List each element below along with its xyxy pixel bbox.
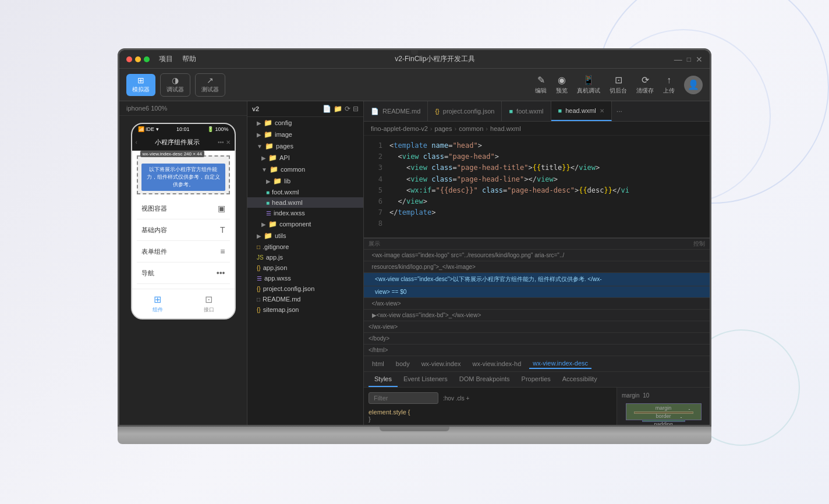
phone-nav-api[interactable]: ⊡ 接口 bbox=[204, 294, 214, 314]
win-min-btn[interactable] bbox=[135, 56, 141, 62]
tab-project-config[interactable]: {} project.config.json bbox=[428, 101, 502, 121]
phone-list-item-3[interactable]: 导航 ••• bbox=[137, 262, 230, 284]
phone-highlight-label: wx-view.index-desc 240 × 44 bbox=[140, 151, 205, 157]
phone-list-icon-1: T bbox=[220, 225, 225, 235]
phone-list-item-0[interactable]: 视图容器 ▣ bbox=[137, 198, 230, 219]
file-head-wxml-icon: ■ bbox=[266, 200, 270, 206]
tab-more-btn[interactable]: ··· bbox=[612, 101, 627, 121]
tree-item-api[interactable]: ▶ 📁 API bbox=[247, 152, 363, 164]
user-avatar[interactable]: 👤 bbox=[684, 76, 703, 94]
tree-item-project-config[interactable]: {} project.config.json bbox=[247, 283, 363, 294]
html-line-3[interactable]: <wx-view class="index-desc">以下将展示小程序官方组件… bbox=[364, 273, 710, 286]
devtools-panel-title-2: 控制 bbox=[693, 240, 705, 248]
maximize-icon[interactable]: □ bbox=[687, 55, 691, 63]
phone-nav-components-icon: ⊞ bbox=[154, 294, 161, 305]
minimize-icon[interactable]: — bbox=[674, 55, 682, 64]
styles-filter-input[interactable] bbox=[369, 392, 438, 404]
action-preview[interactable]: ◉ 预览 bbox=[556, 74, 568, 95]
devtools-tag-wx-view-index-hd[interactable]: wx-view.index-hd bbox=[469, 359, 525, 368]
breadcrumb-sep-2: › bbox=[455, 125, 457, 132]
clear-cache-label: 清缓存 bbox=[636, 87, 654, 95]
win-max-btn[interactable] bbox=[144, 56, 150, 62]
phone-nav-api-label: 接口 bbox=[204, 306, 214, 314]
html-line-4[interactable]: view> == $0 bbox=[364, 286, 710, 298]
tree-item-readme[interactable]: □ README.md bbox=[247, 294, 363, 304]
tree-item-app-js[interactable]: JS app.js bbox=[247, 252, 363, 262]
phone-list-label-0: 视图容器 bbox=[141, 204, 167, 213]
folder-new-btn[interactable]: 📁 bbox=[334, 105, 342, 113]
devtools-tag-wx-view-index-desc[interactable]: wx-view.index-desc bbox=[529, 359, 591, 369]
tab-project-config-icon: {} bbox=[435, 108, 439, 115]
toolbar-btn-simulator[interactable]: ⊞ 模拟器 bbox=[126, 74, 155, 96]
tab-readme[interactable]: 📄 README.md bbox=[364, 101, 428, 121]
file-collapse-btn[interactable]: ⊟ bbox=[353, 105, 359, 113]
tree-item-utils[interactable]: ▶ 📁 utils bbox=[247, 230, 363, 242]
phone-nav-components-label: 组件 bbox=[153, 306, 163, 314]
action-clear-cache[interactable]: ⟳ 清缓存 bbox=[636, 74, 654, 95]
tester-label: 测试器 bbox=[201, 86, 219, 94]
menu-project[interactable]: 项目 bbox=[159, 54, 173, 64]
chevron-icon: ▶ bbox=[266, 178, 271, 184]
tree-item-app-wxss[interactable]: ☰ app.wxss bbox=[247, 273, 363, 283]
tree-item-readme-label: README.md bbox=[263, 296, 300, 303]
menu-help[interactable]: 帮助 bbox=[182, 54, 196, 64]
box-padding-val: - bbox=[681, 414, 682, 420]
tab-head-wxml[interactable]: ■ head.wxml ✕ bbox=[551, 101, 612, 121]
devtools-tag-body[interactable]: body bbox=[392, 359, 413, 368]
action-upload[interactable]: ↑ 上传 bbox=[663, 75, 675, 95]
tree-item-sitemap[interactable]: {} sitemap.json bbox=[247, 304, 363, 315]
close-icon[interactable]: ✕ bbox=[696, 55, 703, 64]
file-new-btn[interactable]: 📄 bbox=[323, 105, 331, 113]
edit-icon: ✎ bbox=[537, 74, 545, 86]
action-edit[interactable]: ✎ 编辑 bbox=[535, 74, 547, 95]
phone-list-item-2[interactable]: 表单组件 ≡ bbox=[137, 241, 230, 262]
devtools-tag-wx-view-index[interactable]: wx-view.index bbox=[418, 359, 465, 368]
tree-item-common[interactable]: ▼ 📁 common bbox=[247, 164, 363, 175]
tree-item-lib[interactable]: ▶ 📁 lib bbox=[247, 175, 363, 187]
edit-label: 编辑 bbox=[535, 87, 547, 95]
devtools-tab-accessibility[interactable]: Accessibility bbox=[557, 372, 603, 387]
win-close-btn[interactable] bbox=[126, 56, 132, 62]
phone-signal: 📶 IDE ▾ bbox=[138, 126, 159, 132]
tab-project-config-label: project.config.json bbox=[443, 108, 495, 115]
tree-item-head-wxml[interactable]: ■ head.wxml bbox=[247, 197, 363, 208]
devtools-tag-html[interactable]: html bbox=[369, 359, 388, 368]
devtools-tab-styles[interactable]: Styles bbox=[369, 372, 398, 387]
file-refresh-btn[interactable]: ⟳ bbox=[345, 105, 350, 113]
file-readme-icon: □ bbox=[257, 296, 260, 303]
chevron-common-icon: ▼ bbox=[261, 166, 267, 173]
breadcrumb-sep-1: › bbox=[430, 125, 433, 132]
styles-element-selector: element.style { bbox=[369, 409, 612, 416]
phone-list-item-1[interactable]: 基础内容 T bbox=[137, 219, 230, 241]
phone-nav-components[interactable]: ⊞ 组件 bbox=[153, 294, 163, 314]
devtools-tab-properties[interactable]: Properties bbox=[516, 372, 557, 387]
tree-item-gitignore[interactable]: □ .gitignore bbox=[247, 242, 363, 252]
phone-content: wx-view.index-desc 240 × 44 以下将展示小程序官方组件… bbox=[132, 151, 235, 289]
tree-item-image[interactable]: ▶ 📁 image bbox=[247, 129, 363, 140]
tab-foot-wxml[interactable]: ■ foot.wxml bbox=[502, 101, 551, 121]
devtools-tab-dom-breakpoints[interactable]: DOM Breakpoints bbox=[454, 372, 516, 387]
styles-rule-element: element.style { } bbox=[369, 409, 612, 423]
action-background[interactable]: ⊡ 切后台 bbox=[610, 74, 627, 95]
tree-item-pages[interactable]: ▼ 📁 pages bbox=[247, 140, 363, 152]
toolbar-btn-debugger[interactable]: ◑ 调试器 bbox=[160, 73, 190, 97]
tree-item-app-js-label: app.js bbox=[266, 254, 283, 261]
editor-tabs: 📄 README.md {} project.config.json ■ foo… bbox=[364, 101, 710, 122]
devtools-tab-event-listeners[interactable]: Event Listeners bbox=[398, 372, 454, 387]
tree-item-foot-wxml[interactable]: ■ foot.wxml bbox=[247, 187, 363, 197]
breadcrumb-common: common bbox=[459, 125, 483, 132]
app-title: v2-FinClip小程序开发工具 bbox=[395, 54, 475, 64]
chevron-icon: ▶ bbox=[257, 132, 261, 138]
tree-item-component[interactable]: ▶ 📁 component bbox=[247, 218, 363, 230]
tree-item-index-wxss[interactable]: ☰ index.wxss bbox=[247, 208, 363, 218]
tree-item-app-json[interactable]: {} app.json bbox=[247, 262, 363, 273]
styles-filter: :hov .cls + bbox=[369, 392, 612, 404]
tree-item-config[interactable]: ▶ 📁 config bbox=[247, 117, 363, 129]
code-content: <template name="head"> <view class="page… bbox=[385, 136, 710, 237]
chevron-icon: ▶ bbox=[261, 221, 266, 228]
tab-close-icon[interactable]: ✕ bbox=[600, 108, 604, 114]
laptop-screen: 项目 帮助 v2-FinClip小程序开发工具 — □ ✕ ⊞ 模拟器 bbox=[118, 48, 711, 427]
box-border-layer: border - bbox=[634, 411, 693, 414]
action-device-debug[interactable]: 📱 真机调试 bbox=[577, 74, 600, 95]
toolbar-btn-tester[interactable]: ↗ 测试器 bbox=[195, 73, 225, 97]
